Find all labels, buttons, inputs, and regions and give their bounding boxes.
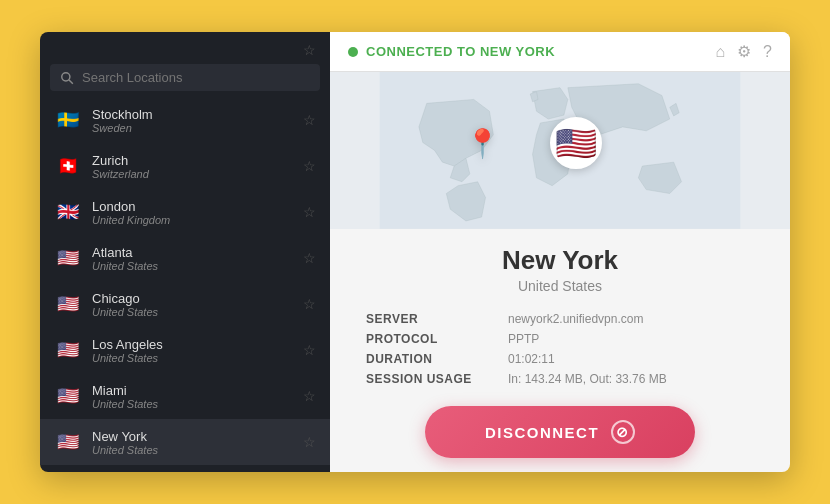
search-icon (60, 71, 74, 85)
flag-atlanta: 🇺🇸 (54, 244, 82, 272)
flag-zurich: 🇨🇭 (54, 152, 82, 180)
connected-label: CONNECTED TO NEW YORK (366, 44, 707, 59)
app-window: ☆ 🇸🇪 Stockholm Sweden ☆ 🇨🇭 Zurich Switze… (40, 32, 790, 472)
star-atlanta[interactable]: ☆ (303, 250, 316, 266)
location-item-sanjose[interactable]: 🇺🇸 San Jose United States ☆ (40, 465, 330, 472)
server-value: newyork2.unifiedvpn.com (508, 312, 754, 326)
location-country: United States (330, 278, 790, 294)
loc-info-zurich: Zurich Switzerland (92, 153, 293, 180)
flag-london: 🇬🇧 (54, 198, 82, 226)
disconnect-button[interactable]: DISCONNECT ⊘ (425, 406, 695, 458)
sidebar: ☆ 🇸🇪 Stockholm Sweden ☆ 🇨🇭 Zurich Switze… (40, 32, 330, 472)
city-chicago: Chicago (92, 291, 293, 306)
star-newyork[interactable]: ☆ (303, 434, 316, 450)
disconnect-icon: ⊘ (611, 420, 635, 444)
country-losangeles: United States (92, 352, 293, 364)
help-icon[interactable]: ? (763, 43, 772, 61)
session-value: In: 143.24 MB, Out: 33.76 MB (508, 372, 754, 386)
city-atlanta: Atlanta (92, 245, 293, 260)
location-item-stockholm[interactable]: 🇸🇪 Stockholm Sweden ☆ (40, 97, 330, 143)
sidebar-header: ☆ (40, 32, 330, 64)
connection-details: SERVER newyork2.unifiedvpn.com PROTOCOL … (330, 304, 790, 396)
settings-icon[interactable]: ⚙ (737, 42, 751, 61)
main-topbar: CONNECTED TO NEW YORK ⌂ ⚙ ? (330, 32, 790, 72)
location-item-losangeles[interactable]: 🇺🇸 Los Angeles United States ☆ (40, 327, 330, 373)
loc-info-miami: Miami United States (92, 383, 293, 410)
svg-line-1 (69, 80, 73, 84)
loc-info-stockholm: Stockholm Sweden (92, 107, 293, 134)
sidebar-search-container (50, 64, 320, 91)
flag-miami: 🇺🇸 (54, 382, 82, 410)
location-item-chicago[interactable]: 🇺🇸 Chicago United States ☆ (40, 281, 330, 327)
flag-stockholm: 🇸🇪 (54, 106, 82, 134)
map-flag-circle: 🇺🇸 (550, 117, 602, 169)
protocol-value: PPTP (508, 332, 754, 346)
city-zurich: Zurich (92, 153, 293, 168)
loc-info-atlanta: Atlanta United States (92, 245, 293, 272)
country-miami: United States (92, 398, 293, 410)
flag-chicago: 🇺🇸 (54, 290, 82, 318)
location-item-miami[interactable]: 🇺🇸 Miami United States ☆ (40, 373, 330, 419)
star-zurich[interactable]: ☆ (303, 158, 316, 174)
map-flag-emoji: 🇺🇸 (555, 123, 597, 163)
country-london: United Kingdom (92, 214, 293, 226)
loc-info-losangeles: Los Angeles United States (92, 337, 293, 364)
svg-point-0 (62, 72, 70, 80)
star-stockholm[interactable]: ☆ (303, 112, 316, 128)
city-london: London (92, 199, 293, 214)
protocol-label: PROTOCOL (366, 332, 496, 346)
city-newyork: New York (92, 429, 293, 444)
duration-value: 01:02:11 (508, 352, 754, 366)
server-label: SERVER (366, 312, 496, 326)
location-item-newyork[interactable]: 🇺🇸 New York United States ☆ (40, 419, 330, 465)
star-london[interactable]: ☆ (303, 204, 316, 220)
map-area: 📍 🇺🇸 (330, 72, 790, 229)
location-item-london[interactable]: 🇬🇧 London United Kingdom ☆ (40, 189, 330, 235)
location-info: New York United States (330, 229, 790, 304)
country-zurich: Switzerland (92, 168, 293, 180)
country-chicago: United States (92, 306, 293, 318)
country-newyork: United States (92, 444, 293, 456)
loc-info-london: London United Kingdom (92, 199, 293, 226)
location-list: 🇸🇪 Stockholm Sweden ☆ 🇨🇭 Zurich Switzerl… (40, 97, 330, 472)
topbar-icons: ⌂ ⚙ ? (715, 42, 772, 61)
location-item-zurich[interactable]: 🇨🇭 Zurich Switzerland ☆ (40, 143, 330, 189)
disconnect-label: DISCONNECT (485, 424, 599, 441)
session-label: SESSION USAGE (366, 372, 496, 386)
connected-dot (348, 47, 358, 57)
country-atlanta: United States (92, 260, 293, 272)
map-pin: 📍 (465, 127, 500, 160)
city-stockholm: Stockholm (92, 107, 293, 122)
city-losangeles: Los Angeles (92, 337, 293, 352)
loc-info-chicago: Chicago United States (92, 291, 293, 318)
star-losangeles[interactable]: ☆ (303, 342, 316, 358)
home-icon[interactable]: ⌂ (715, 43, 725, 61)
duration-label: DURATION (366, 352, 496, 366)
main-panel: CONNECTED TO NEW YORK ⌂ ⚙ ? (330, 32, 790, 472)
city-miami: Miami (92, 383, 293, 398)
sidebar-star-icon[interactable]: ☆ (303, 42, 316, 58)
loc-info-newyork: New York United States (92, 429, 293, 456)
disconnect-bar: DISCONNECT ⊘ (330, 396, 790, 472)
flag-newyork: 🇺🇸 (54, 428, 82, 456)
location-item-atlanta[interactable]: 🇺🇸 Atlanta United States ☆ (40, 235, 330, 281)
location-city: New York (330, 245, 790, 276)
country-stockholm: Sweden (92, 122, 293, 134)
search-input[interactable] (82, 70, 310, 85)
flag-losangeles: 🇺🇸 (54, 336, 82, 364)
star-miami[interactable]: ☆ (303, 388, 316, 404)
star-chicago[interactable]: ☆ (303, 296, 316, 312)
